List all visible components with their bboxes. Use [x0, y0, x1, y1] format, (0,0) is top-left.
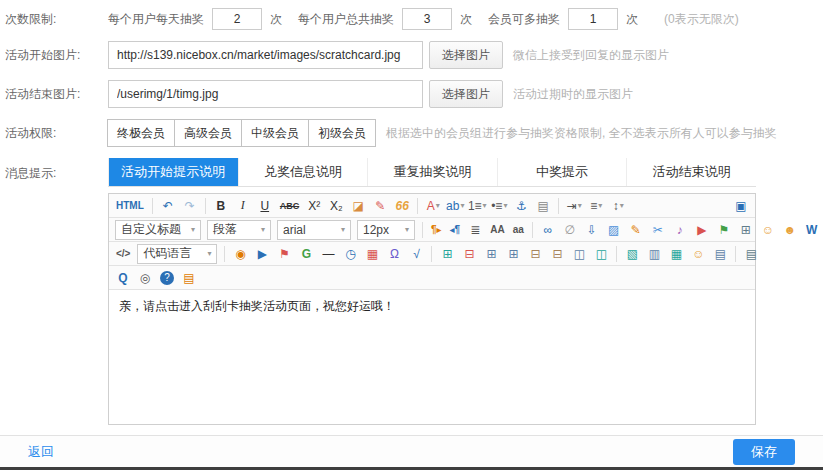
unlink-icon[interactable]: ∅ — [560, 220, 580, 240]
paragraph-select[interactable]: 段落 ▾ — [207, 220, 271, 240]
map-icon[interactable]: ⚑ — [714, 220, 734, 240]
limit-field-label: 会员可多抽奖 — [488, 11, 560, 28]
highlight-color-icon[interactable]: ab ▾ — [445, 196, 465, 216]
table-background-icon[interactable]: ▧ — [622, 244, 642, 264]
print2-icon[interactable]: ▤ — [741, 244, 761, 264]
insert-video-icon[interactable]: ▶ — [252, 244, 272, 264]
code-language-select[interactable]: 代码语言 ▾ — [137, 244, 217, 264]
toolbar-separator — [616, 246, 617, 262]
insert-col-icon[interactable]: ⊞ — [503, 244, 523, 264]
emotion-icon[interactable]: ☺ — [758, 220, 778, 240]
dropdown-caret-icon: ▾ — [261, 225, 265, 234]
save-button[interactable]: 保存 — [733, 439, 795, 465]
undo-icon[interactable]: ↶ — [158, 196, 178, 216]
word-image-icon[interactable]: W — [802, 220, 822, 240]
end-image-input[interactable] — [108, 80, 423, 108]
icon-glyph: 1≡ — [468, 199, 482, 213]
choose-start-image-button[interactable]: 选择图片 — [429, 41, 503, 69]
strikethrough-icon[interactable]: ABC — [277, 196, 303, 216]
delete-row-icon[interactable]: ⊟ — [525, 244, 545, 264]
tab-activity-start-tip[interactable]: 活动开始提示说明 — [108, 158, 238, 186]
map-pin-icon[interactable]: ⚑ — [274, 244, 294, 264]
direction-ltr-icon[interactable]: ¶▸ — [428, 220, 445, 240]
search-replace-icon[interactable]: Q — [113, 268, 133, 288]
line-height-icon[interactable]: ↕ ▾ — [608, 196, 628, 216]
paste-board-icon[interactable]: ▤ — [179, 268, 199, 288]
choose-end-image-button[interactable]: 选择图片 — [429, 80, 503, 108]
editor-content[interactable]: 亲，请点击进入刮刮卡抽奖活动页面，祝您好运哦！ — [109, 290, 755, 424]
auto-typeset-icon[interactable]: ≣ — [465, 220, 485, 240]
gmap-icon[interactable]: G — [296, 244, 316, 264]
tab-repeat-draw[interactable]: 重复抽奖说明 — [367, 158, 497, 186]
icon-glyph: ◉ — [235, 247, 245, 261]
horizontal-rule-icon[interactable]: — — [318, 244, 338, 264]
video-icon[interactable]: ▶ — [692, 220, 712, 240]
gif-emotion-icon[interactable]: ☻ — [780, 220, 800, 240]
insert-code-icon[interactable]: </> — [113, 244, 133, 264]
lowercase-icon[interactable]: aa — [510, 220, 527, 240]
ordered-list-icon[interactable]: 1≡ ▾ — [467, 196, 487, 216]
help-icon[interactable]: ? — [160, 271, 174, 285]
anchor-icon[interactable]: ⚓ — [511, 196, 531, 216]
font-color-icon[interactable]: A ▾ — [423, 196, 443, 216]
bold-icon[interactable]: B — [211, 196, 231, 216]
font-size-select[interactable]: 12px ▾ — [357, 220, 415, 240]
special-chars-icon[interactable]: Ω — [384, 244, 404, 264]
uppercase-icon[interactable]: AA — [487, 220, 507, 240]
icon-glyph: ▦ — [367, 247, 378, 261]
link-icon[interactable]: ∞ — [538, 220, 558, 240]
delete-table-icon[interactable]: ⊟ — [459, 244, 479, 264]
format-brush-icon[interactable]: ✎ — [370, 196, 390, 216]
insert-table-icon[interactable]: ⊞ — [437, 244, 457, 264]
custom-title-select[interactable]: 自定义标题 ▾ — [115, 220, 201, 240]
page-icon[interactable]: ▤ — [533, 196, 553, 216]
superscript-icon[interactable]: X² — [304, 196, 324, 216]
align-icon[interactable]: ≡ ▾ — [586, 196, 606, 216]
blockquote-icon[interactable]: 66 — [392, 196, 412, 216]
member-beginner-button[interactable]: 初级会员 — [308, 119, 376, 147]
back-link[interactable]: 返回 — [28, 443, 54, 461]
fullscreen-icon[interactable]: ▣ — [731, 196, 751, 216]
indent-icon[interactable]: ⇥ ▾ — [564, 196, 584, 216]
screenshot-icon[interactable]: ✂ — [648, 220, 668, 240]
total-draw-input[interactable] — [402, 8, 452, 30]
chart-icon[interactable]: ▦ — [666, 244, 686, 264]
member-extra-draw-input[interactable] — [568, 8, 618, 30]
font-family-select[interactable]: arial ▾ — [277, 220, 351, 240]
camera-icon[interactable]: ◉ — [230, 244, 250, 264]
underline-icon[interactable]: U — [255, 196, 275, 216]
time-icon[interactable]: ◷ — [340, 244, 360, 264]
daily-draw-input[interactable] — [212, 8, 262, 30]
split-cells-icon[interactable]: ◫ — [591, 244, 611, 264]
table-title-icon[interactable]: ▤ — [710, 244, 730, 264]
template-icon[interactable]: ▥ — [644, 244, 664, 264]
image-icon[interactable]: ▨ — [604, 220, 624, 240]
member-advanced-button[interactable]: 高级会员 — [174, 119, 242, 147]
formula-icon[interactable]: √ — [406, 244, 426, 264]
source-code-icon[interactable]: HTML — [113, 196, 147, 216]
merge-cells-icon[interactable]: ◫ — [569, 244, 589, 264]
insert-frame-icon[interactable]: ⊞ — [736, 220, 756, 240]
direction-rtl-icon[interactable]: ◂¶ — [447, 220, 464, 240]
unordered-list-icon[interactable]: •≡ ▾ — [489, 196, 509, 216]
redo-icon[interactable]: ↷ — [180, 196, 200, 216]
start-image-input[interactable] — [108, 41, 423, 69]
tab-winning-tip[interactable]: 中奖提示 — [497, 158, 627, 186]
italic-icon[interactable]: I — [233, 196, 253, 216]
member-ultimate-button[interactable]: 终极会员 — [107, 119, 175, 147]
eraser-icon[interactable]: ◪ — [348, 196, 368, 216]
toolbar-separator — [224, 246, 225, 262]
emotion2-icon[interactable]: ☺ — [688, 244, 708, 264]
tab-redeem-info[interactable]: 兑奖信息说明 — [238, 158, 368, 186]
tab-activity-end[interactable]: 活动结束说明 — [626, 158, 756, 186]
date-icon[interactable]: ▦ — [362, 244, 382, 264]
delete-col-icon[interactable]: ⊟ — [547, 244, 567, 264]
dropdown-caret-icon: ▾ — [620, 201, 624, 210]
find-icon[interactable]: ◎ — [135, 268, 155, 288]
music-icon[interactable]: ♪ — [670, 220, 690, 240]
subscript-icon[interactable]: X₂ — [326, 196, 346, 216]
member-intermediate-button[interactable]: 中级会员 — [241, 119, 309, 147]
insert-row-icon[interactable]: ⊞ — [481, 244, 501, 264]
scrawl-icon[interactable]: ✎ — [626, 220, 646, 240]
download-icon[interactable]: ⇩ — [582, 220, 602, 240]
